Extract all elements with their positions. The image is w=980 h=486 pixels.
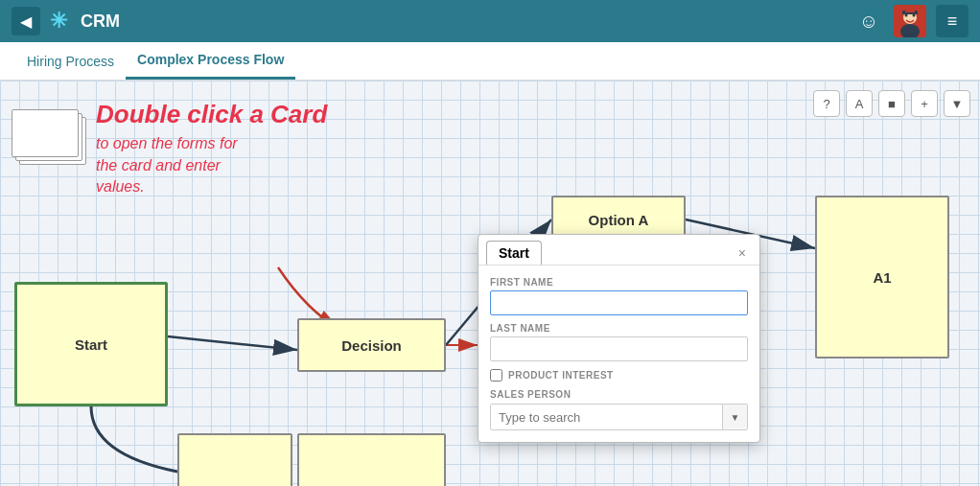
tabs-bar: Hiring Process Complex Process Flow — [0, 42, 980, 81]
decision-card[interactable]: Decision — [297, 318, 446, 372]
emoji-button[interactable]: ☺ — [853, 6, 884, 36]
avatar-image — [894, 5, 926, 37]
filter-button[interactable]: ▼ — [944, 90, 970, 117]
text-button[interactable]: A — [846, 90, 873, 117]
modal-body: FIRST NAME LAST NAME PRODUCT INTEREST SA… — [478, 266, 759, 442]
emoji-icon: ☺ — [859, 11, 878, 33]
sales-person-search-input[interactable] — [491, 405, 722, 429]
logo-icon: ✳ — [50, 9, 67, 34]
tab-hiring-process[interactable]: Hiring Process — [15, 42, 126, 80]
first-name-label: FIRST NAME — [490, 277, 748, 288]
product-interest-row: PRODUCT INTEREST — [490, 369, 748, 382]
bottom-middle-card[interactable] — [297, 433, 446, 486]
topbar: ◀ ✳ CRM ☺ ≡ — [0, 0, 980, 42]
sales-person-label: SALES PERSON — [490, 389, 748, 400]
modal-close-button[interactable]: × — [733, 243, 752, 263]
instruction-text: Double click a Card to open the forms fo… — [96, 100, 327, 197]
product-interest-checkbox[interactable] — [490, 369, 502, 382]
modal-tab-start[interactable]: Start — [486, 241, 542, 265]
tab-complex-process-flow[interactable]: Complex Process Flow — [126, 42, 295, 80]
svg-rect-6 — [905, 8, 915, 12]
canvas-area: ? A ■ + ▼ Double click a Card to open th… — [0, 81, 980, 486]
add-button[interactable]: + — [911, 90, 938, 117]
card-modal: Start × FIRST NAME LAST NAME PRODUCT INT… — [478, 234, 760, 443]
product-interest-label: PRODUCT INTEREST — [508, 370, 614, 381]
avatar[interactable] — [894, 5, 926, 37]
first-name-input[interactable] — [490, 290, 748, 315]
bottom-left-card[interactable] — [177, 433, 292, 486]
app-title: CRM — [81, 12, 120, 32]
instruction-main: Double click a Card — [96, 100, 327, 129]
start-card[interactable]: Start — [14, 282, 168, 406]
menu-button[interactable]: ≡ — [936, 5, 968, 37]
last-name-label: LAST NAME — [490, 323, 748, 334]
sales-person-select: ▼ — [490, 404, 748, 430]
menu-icon: ≡ — [947, 12, 958, 32]
modal-header: Start × — [478, 235, 759, 266]
sales-person-dropdown-button[interactable]: ▼ — [722, 405, 747, 429]
shape-button[interactable]: ■ — [878, 90, 905, 117]
a1-card[interactable]: A1 — [815, 196, 949, 359]
back-icon: ◀ — [20, 12, 32, 31]
instruction-sub: to open the forms for the card and enter… — [96, 133, 327, 197]
help-button[interactable]: ? — [813, 90, 840, 117]
last-name-input[interactable] — [490, 336, 748, 361]
back-button[interactable]: ◀ — [12, 7, 40, 35]
canvas-toolbar: ? A ■ + ▼ — [813, 90, 970, 117]
